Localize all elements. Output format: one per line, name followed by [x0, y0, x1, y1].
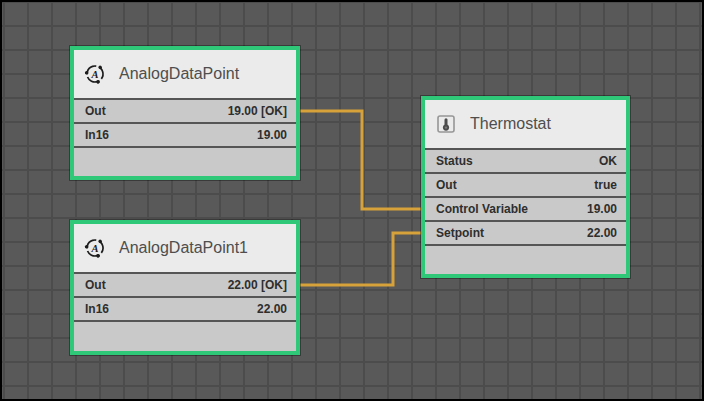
row-label: Setpoint — [436, 226, 484, 240]
node-header[interactable]: A AnalogDataPoint — [74, 50, 296, 98]
row-label: Out — [85, 278, 106, 292]
row-value: 22.00 — [257, 302, 287, 316]
row-value: true — [594, 178, 617, 192]
node-analogdatapoint1[interactable]: A AnalogDataPoint1 Out 22.00 [OK] In16 2… — [70, 220, 300, 355]
node-header[interactable]: A AnalogDataPoint1 — [74, 224, 296, 272]
row-label: Out — [436, 178, 457, 192]
node-title: AnalogDataPoint1 — [119, 239, 248, 257]
node-row-in16[interactable]: In16 22.00 — [74, 298, 296, 320]
node-row-control-variable[interactable]: Control Variable 19.00 — [425, 198, 626, 220]
node-row-out[interactable]: Out true — [425, 174, 626, 196]
row-value: OK — [599, 154, 617, 168]
row-value: 19.00 — [257, 128, 287, 142]
row-label: Status — [436, 154, 473, 168]
svg-text:A: A — [90, 69, 98, 80]
node-footer — [74, 322, 296, 351]
row-label: In16 — [85, 302, 109, 316]
node-title: Thermostat — [470, 115, 551, 133]
row-value: 19.00 — [587, 202, 617, 216]
row-value: 22.00 — [587, 226, 617, 240]
row-label: Out — [85, 104, 106, 118]
analog-point-icon: A — [84, 63, 106, 85]
row-label: Control Variable — [436, 202, 528, 216]
node-footer — [74, 148, 296, 176]
node-analogdatapoint[interactable]: A AnalogDataPoint Out 19.00 [OK] In16 19… — [70, 46, 300, 180]
node-row-status[interactable]: Status OK — [425, 150, 626, 172]
thermostat-icon — [435, 113, 457, 135]
node-thermostat[interactable]: Thermostat Status OK Out true Control Va… — [421, 96, 630, 278]
svg-text:A: A — [90, 243, 98, 254]
node-row-setpoint[interactable]: Setpoint 22.00 — [425, 222, 626, 244]
wire-sheet-canvas[interactable]: A AnalogDataPoint Out 19.00 [OK] In16 19… — [0, 0, 704, 401]
wire-analogdatapoint-out-to-thermostat-control-variable[interactable] — [300, 111, 421, 209]
node-row-in16[interactable]: In16 19.00 — [74, 124, 296, 146]
node-header[interactable]: Thermostat — [425, 100, 626, 148]
wire-analogdatapoint1-out-to-thermostat-setpoint[interactable] — [300, 233, 421, 285]
node-row-out[interactable]: Out 19.00 [OK] — [74, 100, 296, 122]
row-value: 22.00 [OK] — [228, 278, 287, 292]
row-label: In16 — [85, 128, 109, 142]
node-title: AnalogDataPoint — [119, 65, 239, 83]
row-value: 19.00 [OK] — [228, 104, 287, 118]
node-row-out[interactable]: Out 22.00 [OK] — [74, 274, 296, 296]
node-footer — [425, 246, 626, 274]
analog-point-icon: A — [84, 237, 106, 259]
